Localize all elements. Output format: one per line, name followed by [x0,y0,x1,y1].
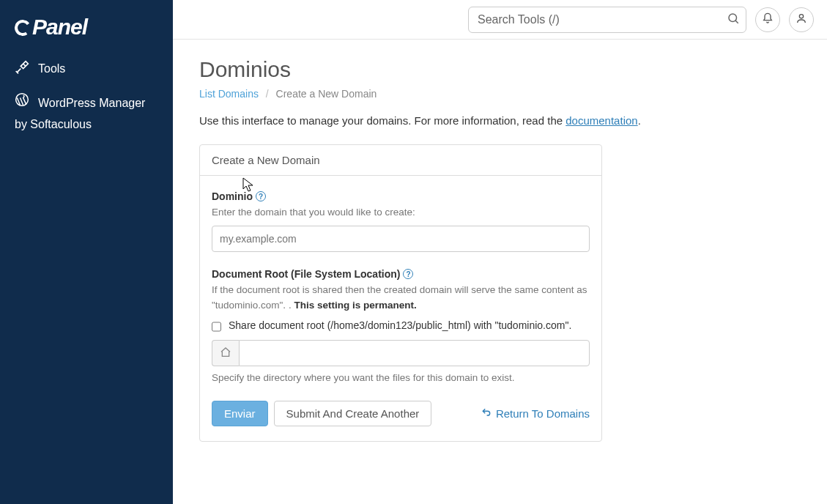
docroot-sub-b: This setting is permanent. [294,300,416,311]
search-icon [727,12,740,27]
help-icon[interactable]: ? [403,269,413,279]
sidebar: Panel Tools WordPress Manager [0,0,173,504]
tools-icon [15,60,29,78]
intro-text-body: Use this interface to manage your domain… [199,114,565,127]
sidebar-item-label-line1: WordPress Manager [38,93,145,114]
main: Dominios List Domains / Create a New Dom… [173,0,827,504]
help-icon[interactable]: ? [256,191,266,201]
logo[interactable]: Panel [0,7,173,53]
docroot-help: Specify the directory where you want the… [212,372,590,383]
submit-another-button[interactable]: Submit And Create Another [274,401,432,426]
search-wrap [468,7,746,33]
logo-icon [13,18,31,37]
submit-button[interactable]: Enviar [212,401,268,426]
home-addon [212,340,239,366]
share-docroot-row[interactable]: Share document root (/home3/domin123/pub… [212,319,590,333]
breadcrumb-separator: / [266,88,269,100]
intro-period: . [638,114,641,127]
home-icon [220,346,231,360]
sidebar-item-tools[interactable]: Tools [0,53,173,85]
sidebar-item-label: Tools [38,62,65,75]
search-button[interactable] [724,11,742,29]
sidebar-item-label-line2: by Softaculous [15,114,158,136]
content: Dominios List Domains / Create a New Dom… [173,40,827,459]
card-header: Create a New Domain [200,145,601,176]
svg-point-2 [799,15,803,18]
docroot-label-row: Document Root (File System Location) ? [212,268,590,280]
domain-input[interactable] [212,226,590,252]
search-input[interactable] [468,7,746,33]
share-docroot-checkbox[interactable] [212,321,221,333]
wordpress-icon [15,92,29,114]
breadcrumb: List Domains / Create a New Domain [199,88,801,100]
breadcrumb-parent-link[interactable]: List Domains [199,88,259,100]
card-body: Dominio ? Enter the domain that you woul… [200,176,601,441]
domain-field: Dominio ? Enter the domain that you woul… [212,190,590,252]
actions-row: Enviar Submit And Create Another Return … [212,401,590,426]
sidebar-item-wordpress-manager[interactable]: WordPress Manager by Softaculous [0,85,173,143]
docroot-input[interactable] [239,340,590,366]
notifications-button[interactable] [755,7,780,32]
docroot-field: Document Root (File System Location) ? I… [212,268,590,383]
documentation-link[interactable]: documentation [565,114,637,127]
user-icon [796,12,807,26]
share-docroot-label: Share document root (/home3/domin123/pub… [229,319,571,333]
return-icon [481,407,492,420]
return-link[interactable]: Return To Domains [481,407,590,420]
svg-point-1 [729,14,737,22]
breadcrumb-current: Create a New Domain [276,88,377,100]
create-domain-card: Create a New Domain Dominio ? Enter the … [199,144,602,442]
page-title: Dominios [199,57,801,82]
domain-sublabel: Enter the domain that you would like to … [212,205,590,220]
docroot-label: Document Root (File System Location) [212,268,400,280]
logo-text: Panel [32,15,87,40]
topbar [173,0,827,40]
return-link-label: Return To Domains [496,407,590,420]
docroot-input-group [212,340,590,366]
intro-text: Use this interface to manage your domain… [199,114,801,127]
domain-label: Dominio [212,190,253,202]
domain-label-row: Dominio ? [212,190,590,202]
docroot-sublabel: If the document root is shared then the … [212,283,590,313]
account-button[interactable] [789,7,814,32]
bell-icon [762,12,774,26]
